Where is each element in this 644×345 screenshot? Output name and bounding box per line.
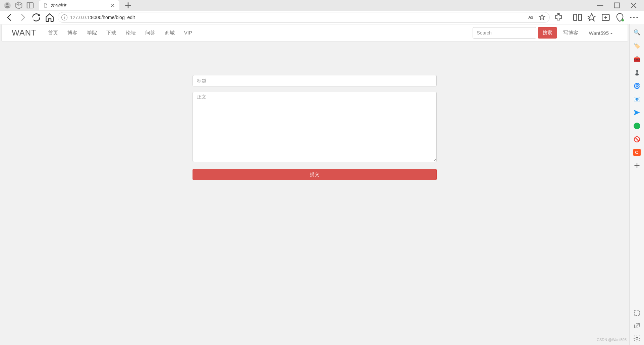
games-icon[interactable]: ♟️	[633, 68, 641, 76]
add-sidebar-icon[interactable]	[633, 161, 641, 169]
send-icon[interactable]	[633, 109, 641, 117]
read-aloud-icon[interactable]: A))	[527, 13, 535, 21]
svg-rect-6	[579, 14, 582, 20]
tab-title: 发布博客	[51, 3, 107, 8]
office-icon[interactable]: 🌀	[633, 82, 641, 90]
watermark: CSDN @Want595	[597, 338, 627, 342]
write-blog-link[interactable]: 写博客	[558, 30, 583, 36]
edge-sidebar: 🔍 🏷️ 🧰 ♟️ 🌀 📧 C	[629, 24, 644, 345]
body-textarea[interactable]	[193, 92, 437, 162]
home-button[interactable]	[44, 12, 55, 23]
window-controls	[592, 0, 641, 10]
brand-logo[interactable]: WANT	[12, 28, 37, 38]
app-c-icon[interactable]: C	[633, 149, 641, 156]
url-text: 127.0.0.1:8000/home/blog_edit	[70, 15, 135, 20]
maximize-button[interactable]	[609, 0, 625, 10]
page-content: WANT 首页 博客 学院 下载 论坛 问答 商城 VIP 搜索 写博客 Wan…	[0, 24, 629, 345]
chevron-down-icon	[610, 33, 613, 34]
nav-link-home[interactable]: 首页	[43, 25, 63, 41]
url-bar[interactable]: i 127.0.0.1:8000/home/blog_edit A))	[58, 12, 550, 23]
blog-edit-form: 提交	[189, 75, 440, 180]
browser-tab-strip: 发布博客	[0, 0, 644, 11]
shopping-tag-icon[interactable]: 🏷️	[633, 42, 641, 50]
svg-rect-1	[27, 3, 34, 8]
nav-link-blog[interactable]: 博客	[63, 25, 82, 41]
nav-links: 首页 博客 学院 下载 论坛 问答 商城 VIP	[43, 25, 197, 41]
svg-rect-13	[634, 310, 640, 316]
nav-link-forum[interactable]: 论坛	[121, 25, 141, 41]
address-bar-row: i 127.0.0.1:8000/home/blog_edit A))	[0, 11, 644, 24]
settings-menu-icon[interactable]	[628, 12, 640, 23]
search-input[interactable]	[473, 27, 536, 39]
toolbar-right	[552, 12, 640, 23]
extensions-icon[interactable]	[552, 12, 565, 23]
submit-button[interactable]: 提交	[193, 169, 437, 180]
search-button[interactable]: 搜索	[538, 27, 557, 39]
favorites-icon[interactable]	[586, 12, 598, 23]
gear-icon[interactable]	[633, 334, 641, 342]
nav-right: 搜索 写博客 Want595	[473, 27, 618, 39]
tools-icon[interactable]: 🧰	[633, 55, 641, 63]
nav-link-vip[interactable]: VIP	[179, 25, 197, 41]
search-icon[interactable]: 🔍	[633, 28, 641, 36]
forward-button[interactable]	[17, 12, 28, 23]
nav-link-academy[interactable]: 学院	[82, 25, 102, 41]
page-wrapper: WANT 首页 博客 学院 下载 论坛 问答 商城 VIP 搜索 写博客 Wan…	[0, 24, 644, 345]
close-tab-icon[interactable]	[110, 3, 115, 8]
svg-point-8	[630, 17, 632, 18]
spotify-icon[interactable]	[633, 122, 641, 130]
nav-link-qa[interactable]: 问答	[141, 25, 160, 41]
favorite-star-icon[interactable]	[538, 13, 546, 21]
refresh-button[interactable]	[31, 12, 42, 23]
back-button[interactable]	[4, 12, 15, 23]
external-link-icon[interactable]	[633, 322, 641, 330]
toolbar-separator	[568, 14, 568, 21]
close-window-button[interactable]	[626, 0, 641, 10]
nav-link-download[interactable]: 下载	[102, 25, 121, 41]
profile-avatar-icon[interactable]	[3, 1, 12, 10]
nav-link-mall[interactable]: 商城	[160, 25, 179, 41]
svg-rect-2	[27, 3, 30, 8]
site-info-icon[interactable]: i	[61, 14, 67, 20]
title-input[interactable]	[193, 75, 437, 86]
username-label: Want595	[589, 30, 609, 36]
user-dropdown[interactable]: Want595	[584, 30, 618, 36]
svg-point-11	[634, 123, 640, 129]
new-tab-button[interactable]	[123, 1, 133, 10]
split-screen-icon[interactable]	[572, 12, 584, 23]
browser-essentials-icon[interactable]	[614, 12, 626, 23]
tab-strip-left: 发布博客	[3, 0, 133, 10]
svg-point-14	[636, 337, 638, 339]
browser-tab[interactable]: 发布博客	[39, 0, 119, 10]
svg-point-0	[6, 3, 9, 5]
page-icon	[43, 3, 48, 8]
minimize-button[interactable]	[592, 0, 608, 10]
svg-rect-3	[614, 3, 620, 8]
svg-point-9	[633, 17, 635, 18]
outlook-icon[interactable]: 📧	[633, 95, 641, 103]
tab-actions-icon[interactable]	[25, 1, 35, 10]
workspaces-icon[interactable]	[14, 1, 23, 10]
collections-icon[interactable]	[600, 12, 612, 23]
svg-point-10	[636, 17, 638, 18]
site-navbar: WANT 首页 博客 学院 下载 论坛 问答 商城 VIP 搜索 写博客 Wan…	[1, 24, 628, 42]
block-icon[interactable]	[633, 135, 641, 143]
svg-rect-5	[574, 14, 577, 20]
screenshot-icon[interactable]	[633, 309, 641, 317]
